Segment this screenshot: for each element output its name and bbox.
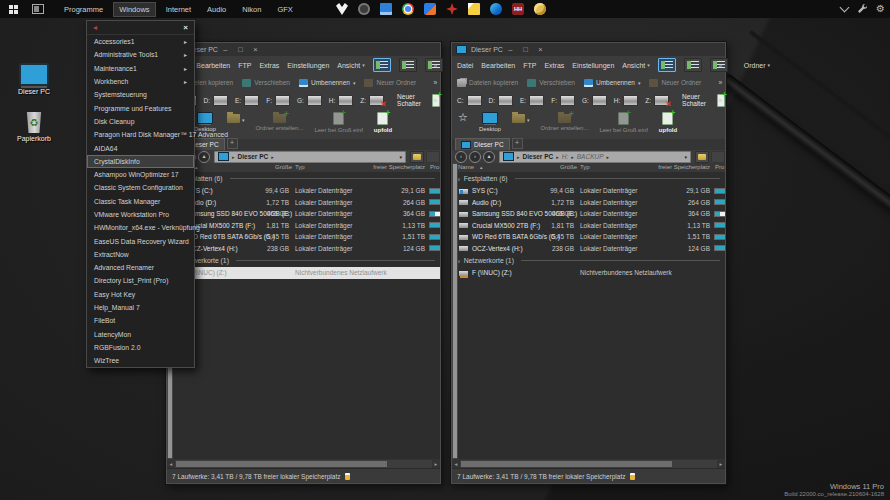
start-menu-item[interactable]: Advanced Renamer (87, 261, 194, 274)
dropdown-arrow-icon[interactable]: ▾ (684, 154, 687, 160)
start-menu-item[interactable]: CrystalDiskInfo (87, 155, 194, 168)
scroll-left-icon[interactable]: ◂ (452, 461, 460, 467)
titlebar[interactable]: Dieser PC – □ × (452, 43, 725, 56)
start-menu-item[interactable]: EaseUS Data Recovery Wizard (87, 234, 194, 247)
file-row[interactable]: Crucial MX500 2TB (F:)1,81 TBLokaler Dat… (167, 220, 440, 232)
file-row[interactable]: Samsung SSD 840 EVO 500GB (E:)465 GBLoka… (167, 208, 440, 220)
back-button[interactable]: ‹ (455, 151, 467, 163)
menu-ansicht[interactable]: Ansicht ▾ (622, 62, 649, 69)
taskbar-menu-windows[interactable]: Windows (114, 3, 154, 16)
start-menu-item[interactable]: Classic System Configuration (87, 181, 194, 194)
vertical-scrollbar[interactable] (452, 163, 458, 459)
taskbar-menu-gfx[interactable]: GFX (272, 3, 297, 16)
file-row[interactable]: OCZ-Vertex4 (H:)238 GBLokaler Datenträge… (452, 243, 725, 255)
extra-nav-button[interactable] (711, 151, 725, 163)
taskbar-menu-programme[interactable]: Programme (59, 3, 108, 16)
start-menu-item[interactable]: Directory List_Print (Pro) (87, 274, 194, 287)
view-list-button[interactable] (684, 58, 702, 72)
desktop-button[interactable]: Desktop (194, 112, 216, 132)
scrollbar-track[interactable] (175, 460, 432, 468)
start-menu-item[interactable]: ExtractNow (87, 248, 194, 261)
new-folder-dropdown-button[interactable]: ▾ (512, 112, 530, 123)
upfold-button[interactable]: upfold (374, 112, 392, 133)
drive-button-g[interactable]: G: (582, 95, 607, 106)
new-tab-button[interactable]: + (512, 138, 523, 149)
column-name[interactable]: Name (458, 164, 474, 170)
maximize-button[interactable]: □ (233, 45, 248, 54)
scrollbar-track[interactable] (460, 460, 717, 468)
overflow-chevron[interactable]: » (433, 97, 437, 104)
file-row[interactable]: Crucial MX500 2TB (F:)1,81 TBLokaler Dat… (452, 220, 725, 232)
start-menu-item[interactable]: Programme und Features (87, 101, 194, 114)
drive-button-e[interactable]: E: (520, 95, 544, 106)
scrollbar-thumb[interactable] (461, 461, 672, 467)
taskbar-menu-internet[interactable]: Internet (161, 3, 196, 16)
start-menu-item[interactable]: Maintenance1▸ (87, 62, 194, 75)
group-header[interactable]: ∨Festplatten (6) (167, 172, 440, 185)
drive-button-f[interactable]: F: (551, 95, 575, 106)
breadcrumb-segment[interactable]: Dieser PC (238, 153, 269, 160)
start-menu-item[interactable]: Help_Manual 7 (87, 301, 194, 314)
drive-button-d[interactable]: D: (204, 95, 229, 106)
group-header[interactable]: ∨Festplatten (6) (452, 172, 725, 185)
scroll-right-icon[interactable]: ▸ (717, 461, 725, 467)
drive-button-h[interactable]: H: (614, 95, 639, 106)
view-details-button[interactable] (373, 58, 391, 72)
overflow-chevron[interactable]: » (433, 62, 437, 69)
ordner-erstellen-button[interactable]: Ordner erstellen... (540, 112, 588, 131)
breadcrumb-segment[interactable]: BACKUP (577, 153, 604, 160)
menu-item[interactable]: Einstellungen (572, 62, 614, 69)
umbenennen-button[interactable]: Umbenennen▾ (299, 79, 356, 87)
desktop-icon-papierkorb[interactable]: ♻ Papierkorb (2, 112, 66, 142)
leer-button[interactable]: Leer bei Groß einf (314, 112, 362, 133)
drive-button-c[interactable]: C: (457, 95, 482, 106)
blue-orange-app-icon[interactable] (424, 3, 436, 15)
new-tab-button[interactable]: + (227, 138, 238, 149)
menu-item[interactable]: Extras (544, 62, 564, 69)
menu-item[interactable]: FTP (238, 62, 251, 69)
drive-button-f[interactable]: F: (266, 95, 290, 106)
menu-item[interactable]: Extras (259, 62, 279, 69)
goto-folder-button[interactable] (695, 151, 709, 163)
menu-ansicht[interactable]: Ansicht ▾ (337, 62, 364, 69)
breadcrumb[interactable]: ▸Dieser PC▸ ▾ (214, 151, 406, 163)
start-menu-item[interactable]: FileBot (87, 314, 194, 327)
file-row[interactable]: SYS (C:)99,4 GBLokaler Datenträger29,1 G… (167, 185, 440, 197)
menu-item[interactable]: Bearbeiten (196, 62, 230, 69)
favorites-star-button[interactable]: ☆ (458, 112, 468, 123)
goto-folder-button[interactable] (410, 151, 424, 163)
scrollbar-thumb[interactable] (453, 164, 457, 458)
forward-button[interactable]: › (469, 151, 481, 163)
start-menu-item[interactable]: Workbench▸ (87, 75, 194, 88)
file-row[interactable]: OCZ-Vertex4 (H:)238 GBLokaler Datenträge… (167, 243, 440, 255)
upfold-button[interactable]: upfold (659, 112, 677, 133)
column-size[interactable]: Größe (560, 164, 577, 170)
breadcrumb-segment[interactable]: Dieser PC (523, 153, 554, 160)
start-menu-item[interactable]: Classic Task Manager (87, 195, 194, 208)
neuer-ordner-button[interactable]: Neuer Ordner (649, 79, 701, 87)
titlebar[interactable]: Dieser PC – □ × (167, 43, 440, 56)
tools-icon[interactable] (857, 3, 867, 15)
edge-icon[interactable] (490, 3, 502, 15)
start-menu-item[interactable]: LatencyMon (87, 328, 194, 341)
umbenennen-button[interactable]: Umbenennen▾ (584, 79, 641, 87)
drive-button-e[interactable]: E: (235, 95, 259, 106)
cookie-icon[interactable] (534, 3, 546, 15)
start-menu-item[interactable]: Accessories1▸ (87, 35, 194, 48)
start-menu-item[interactable]: Systemsteuerung (87, 88, 194, 101)
start-menu-item[interactable]: Paragon Hard Disk Manager™ 17 Advanced (87, 128, 194, 141)
taskbar-menu-nikon[interactable]: Nikon (237, 3, 266, 16)
verschieben-button[interactable]: Verschieben (242, 79, 290, 87)
start-menu-item[interactable]: Administrative Tools1▸ (87, 48, 194, 61)
tab-dieser-pc[interactable]: Dieser PC (455, 138, 510, 150)
menu-item[interactable]: Datei (457, 62, 473, 69)
close-button[interactable]: × (248, 45, 263, 54)
column-pro[interactable]: Pro (715, 164, 724, 170)
start-menu-item[interactable]: AIDA64 (87, 141, 194, 154)
start-menu-item[interactable]: WizTree (87, 354, 194, 367)
minimize-button[interactable]: – (218, 45, 233, 54)
column-free-space[interactable]: freier Speicherplatz (353, 164, 425, 170)
start-menu-item[interactable]: Easy Hot Key (87, 288, 194, 301)
up-button[interactable]: ▴ (483, 151, 495, 163)
dropdown-arrow-icon[interactable]: ▾ (399, 154, 402, 160)
